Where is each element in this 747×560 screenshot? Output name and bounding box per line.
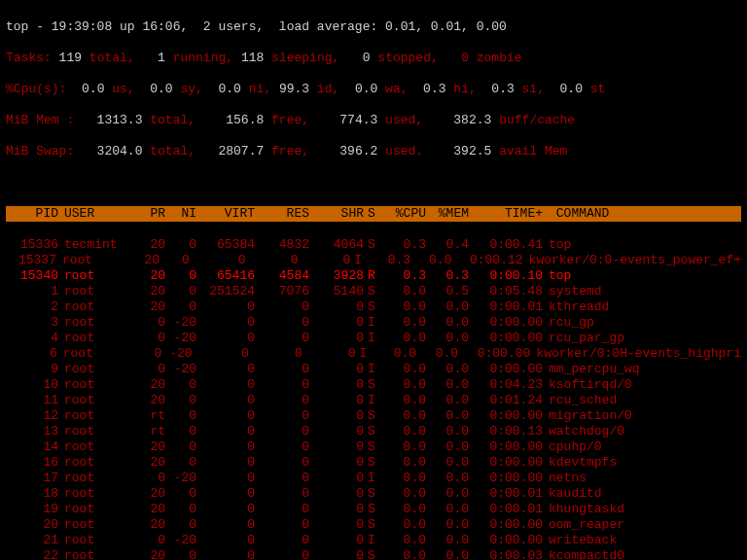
- cell-pid: 12: [6, 408, 58, 424]
- col-cmd[interactable]: COMMAND: [543, 206, 741, 222]
- cell-time: 0:00.10: [469, 268, 543, 284]
- process-row[interactable]: 2root200000S0.00.00:00.01kthreadd: [6, 299, 741, 315]
- col-time[interactable]: TIME+: [469, 206, 543, 222]
- cell-shr: 0: [309, 439, 364, 455]
- cell-shr: 0: [302, 346, 356, 362]
- cell-virt: 0: [196, 471, 255, 486]
- cell-user: root: [58, 439, 132, 455]
- process-row[interactable]: 17root0-20000I0.00.00:00.00netns: [6, 471, 741, 486]
- col-pid[interactable]: PID: [6, 206, 58, 222]
- cell-res: 0: [255, 393, 309, 408]
- process-row[interactable]: 20root200000S0.00.00:00.00oom_reaper: [6, 517, 741, 533]
- cell-pr: 20: [132, 268, 165, 284]
- cell-cmd: watchdog/0: [543, 424, 741, 439]
- cell-s: I: [350, 253, 369, 268]
- process-row[interactable]: 15337root200000I0.30.00:00.12kworker/0:0…: [6, 253, 741, 268]
- col-mem[interactable]: %MEM: [426, 206, 469, 222]
- cell-shr: 0: [309, 455, 364, 471]
- col-cpu[interactable]: %CPU: [383, 206, 426, 222]
- cell-s: S: [364, 502, 383, 517]
- cell-s: S: [364, 455, 383, 471]
- process-row[interactable]: 18root200000S0.00.00:00.01kauditd: [6, 486, 741, 502]
- cell-mem: 0.0: [426, 439, 469, 455]
- cell-cpu: 0.3: [383, 268, 426, 284]
- cell-time: 0:00.03: [469, 548, 543, 560]
- cell-res: 0: [255, 517, 309, 533]
- cell-pid: 11: [6, 393, 58, 408]
- process-row[interactable]: 9root0-20000I0.00.00:00.00mm_percpu_wq: [6, 362, 741, 377]
- cell-cpu: 0.0: [383, 315, 426, 331]
- col-virt[interactable]: VIRT: [196, 206, 255, 222]
- process-row[interactable]: 19root200000S0.00.00:00.01khungtaskd: [6, 502, 741, 517]
- cell-mem: 0.0: [426, 362, 469, 377]
- cell-pr: 0: [132, 331, 165, 346]
- cell-cmd: writeback: [543, 533, 741, 548]
- cell-shr: 0: [309, 331, 364, 346]
- cell-mem: 0.3: [426, 268, 469, 284]
- col-pr[interactable]: PR: [132, 206, 165, 222]
- process-row[interactable]: 14root200000S0.00.00:00.00cpuhp/0: [6, 439, 741, 455]
- cell-cpu: 0.0: [374, 346, 416, 362]
- col-shr[interactable]: SHR: [309, 206, 364, 222]
- cell-user: root: [58, 299, 132, 315]
- process-row[interactable]: 22root200000S0.00.00:00.03kcompactd0: [6, 548, 741, 560]
- cell-virt: 0: [196, 455, 255, 471]
- cell-time: 0:00.00: [469, 362, 543, 377]
- process-row[interactable]: 12rootrt0000S0.00.00:00.00migration/0: [6, 408, 741, 424]
- process-table-header[interactable]: PID USER PR NI VIRT RES SHR S %CPU %MEM …: [6, 206, 741, 222]
- cell-cpu: 0.0: [383, 331, 426, 346]
- process-table-body[interactable]: 15336tecmint2006538448324064S0.30.40:00.…: [6, 237, 741, 560]
- cell-pr: 0: [132, 471, 165, 486]
- cell-s: S: [364, 424, 383, 439]
- col-s[interactable]: S: [364, 206, 383, 222]
- col-ni[interactable]: NI: [165, 206, 196, 222]
- col-res[interactable]: RES: [255, 206, 309, 222]
- cell-res: 0: [255, 362, 309, 377]
- cell-user: root: [58, 517, 132, 533]
- cell-res: 0: [249, 346, 302, 362]
- cell-mem: 0.0: [426, 424, 469, 439]
- cell-cmd: rcu_par_gp: [543, 331, 741, 346]
- cell-mem: 0.0: [426, 315, 469, 331]
- cell-cpu: 0.0: [383, 377, 426, 393]
- cell-shr: 0: [298, 253, 350, 268]
- summary-line-3: %Cpu(s): 0.0 us, 0.0 sy, 0.0 ni, 99.3 id…: [6, 82, 741, 97]
- cell-s: S: [364, 486, 383, 502]
- process-row[interactable]: 1root20025152470765140S0.00.50:05.48syst…: [6, 284, 741, 299]
- process-row[interactable]: 15340root2006541645843928R0.30.30:00.10t…: [6, 268, 741, 284]
- col-user[interactable]: USER: [58, 206, 132, 222]
- cell-res: 0: [255, 533, 309, 548]
- process-row[interactable]: 3root0-20000I0.00.00:00.00rcu_gp: [6, 315, 741, 331]
- cell-time: 0:00.00: [469, 533, 543, 548]
- cell-shr: 0: [309, 315, 364, 331]
- terminal-top[interactable]: top - 19:39:08 up 16:06, 2 users, load a…: [0, 0, 747, 560]
- cell-s: I: [364, 393, 383, 408]
- cell-virt: 0: [196, 517, 255, 533]
- cell-virt: 0: [196, 502, 255, 517]
- cell-pid: 10: [6, 377, 58, 393]
- cell-res: 0: [255, 377, 309, 393]
- cell-pid: 2: [6, 299, 58, 315]
- process-row[interactable]: 4root0-20000I0.00.00:00.00rcu_par_gp: [6, 331, 741, 346]
- process-row[interactable]: 16root200000S0.00.00:00.00kdevtmpfs: [6, 455, 741, 471]
- process-row[interactable]: 13rootrt0000S0.00.00:00.13watchdog/0: [6, 424, 741, 439]
- cell-pr: 20: [132, 393, 165, 408]
- process-row[interactable]: 10root200000S0.00.00:04.23ksoftirqd/0: [6, 377, 741, 393]
- cell-pid: 21: [6, 533, 58, 548]
- process-row[interactable]: 6root0-20000I0.00.00:00.00kworker/0:0H-e…: [6, 346, 741, 362]
- cell-ni: -20: [165, 533, 196, 548]
- cell-pr: 20: [132, 455, 165, 471]
- cell-shr: 0: [309, 408, 364, 424]
- cell-time: 0:00.01: [469, 486, 543, 502]
- cell-cmd: systemd: [543, 284, 741, 299]
- cell-pid: 22: [6, 548, 58, 560]
- cell-ni: 0: [160, 253, 190, 268]
- process-row[interactable]: 15336tecmint2006538448324064S0.30.40:00.…: [6, 237, 741, 253]
- cell-pid: 6: [6, 346, 57, 362]
- cell-mem: 0.0: [426, 455, 469, 471]
- process-row[interactable]: 11root200000I0.00.00:01.24rcu_sched: [6, 393, 741, 408]
- cell-cmd: kcompactd0: [543, 548, 741, 560]
- process-row[interactable]: 21root0-20000I0.00.00:00.00writeback: [6, 533, 741, 548]
- cell-shr: 0: [309, 299, 364, 315]
- cell-ni: 0: [165, 502, 196, 517]
